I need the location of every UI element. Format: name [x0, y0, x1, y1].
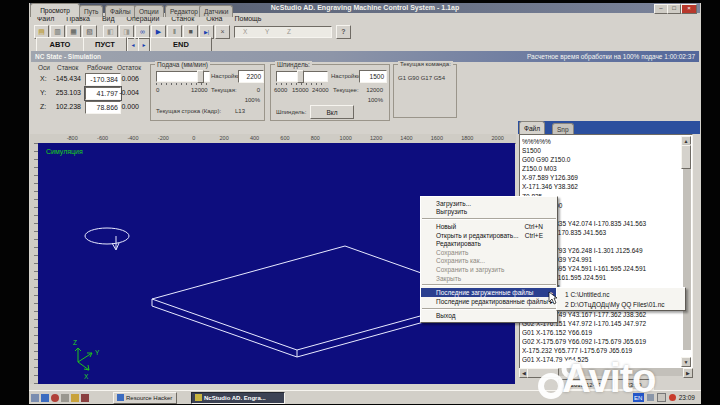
quick-launch-icon-5[interactable]: [71, 394, 79, 402]
resource-hacker-icon: [117, 394, 124, 401]
tab-options[interactable]: Опции: [134, 5, 164, 17]
file-context-menu: Загрузить... Выгрузить НовыйCtrl+N Откры…: [420, 196, 558, 323]
axis-x-label: X: [84, 373, 89, 380]
tab-files[interactable]: Файлы: [105, 5, 136, 17]
menu-item-load[interactable]: Загрузить...: [421, 199, 557, 208]
ruler-label: 400: [239, 134, 269, 143]
spindle-on-button[interactable]: Вкл: [310, 105, 354, 119]
quick-launch-icon-4[interactable]: [61, 394, 69, 402]
axis-z-label: Z: [73, 339, 77, 346]
spindle-current-label: Текущее:: [333, 87, 359, 93]
ncstudio-icon: [195, 394, 202, 401]
menu-separator: [422, 218, 556, 220]
coords-header-work: Рабочие: [87, 64, 113, 71]
ruler-label: 1600: [422, 134, 452, 143]
tab-editor[interactable]: Редактор: [165, 5, 203, 17]
end-mode-button[interactable]: END: [150, 37, 212, 52]
work-z-value[interactable]: 78.866: [85, 101, 121, 114]
feed-slider-ticks: [156, 83, 208, 85]
command-value: G1 G90 G17 G54: [398, 75, 453, 81]
menu-item-exit[interactable]: Выход: [421, 312, 557, 321]
tool-circle: [85, 228, 129, 244]
submenu-item-recent-2[interactable]: 2 D:\ОТцДОДц\My QQ Files\01.nc: [557, 299, 685, 309]
feed-settings-value[interactable]: 2200: [238, 70, 264, 83]
spindle-settings-value[interactable]: 1500: [359, 70, 387, 83]
axis-z-label: Z:: [40, 103, 46, 110]
file-panel-tabstrip: Файл Snp: [518, 121, 700, 134]
tab-file[interactable]: Файл: [519, 121, 545, 135]
machine-z-value: 102.238: [51, 103, 81, 110]
rest-y-value: -0.004: [117, 89, 139, 96]
feed-current-value: 0: [235, 87, 260, 93]
spindle-tick-15000: 15000: [292, 87, 309, 93]
menu-item-save-load: Сохранить и загрузить: [421, 265, 557, 274]
ruler-label: 800: [300, 134, 330, 143]
ruler-label: -800: [57, 134, 87, 143]
quick-launch-icon-1[interactable]: [31, 394, 39, 402]
vertical-scroll-thumb[interactable]: [681, 145, 691, 169]
menu-help[interactable]: Помощь: [234, 15, 261, 22]
menu-item-save-as: Сохранить как...: [421, 257, 557, 266]
tab-view[interactable]: Просмотр: [30, 3, 80, 17]
clear-icon[interactable]: ×: [215, 25, 230, 39]
work-y-value[interactable]: 41.797: [85, 87, 121, 100]
axis-x-arrow: [78, 362, 89, 370]
auto-mode-button[interactable]: АВТО: [36, 37, 84, 52]
work-x-value[interactable]: -170.384: [85, 73, 121, 86]
ruler-label: 1800: [452, 134, 482, 143]
recent-files-submenu: 1 C:\Untitled.nc 2 D:\ОТцДОДц\My QQ File…: [556, 287, 686, 311]
gcode-line: G01 X-176.152 Y66.619: [522, 328, 680, 337]
menu-item-new[interactable]: НовыйCtrl+N: [421, 222, 557, 231]
taskbar-button-resource-hacker[interactable]: Resource Hacker: [113, 392, 177, 404]
axis-x-label: X:: [40, 75, 47, 82]
menu-item-recent-edited[interactable]: Последние редактированные файлы▸: [421, 297, 557, 306]
submenu-item-recent-1[interactable]: 1 C:\Untitled.nc: [557, 289, 685, 299]
menu-item-edit[interactable]: Редактировать: [421, 239, 557, 248]
axis-y-label: Y:: [40, 89, 46, 96]
coords-header-rest: Остаток: [117, 64, 141, 71]
quick-launch-icon-2[interactable]: [41, 394, 49, 402]
gcode-line: Z150.0 M03: [522, 164, 680, 173]
ruler-label: 200: [209, 134, 239, 143]
feed-slider-thumb[interactable]: [197, 70, 204, 83]
help-icon[interactable]: ?: [336, 25, 351, 39]
command-group-title: Текущая команда:: [398, 61, 453, 67]
mode-next-icon[interactable]: ▸: [138, 37, 150, 52]
menu-item-save: Сохранить: [421, 248, 557, 257]
gcode-line: X-171.346 Y38.362: [522, 182, 680, 191]
feed-scale-min: 0: [156, 87, 159, 93]
ruler-label: -200: [148, 134, 178, 143]
rest-x-value: 0.006: [117, 75, 139, 82]
time-estimate-text: Расчетное время обработки на 100% подаче…: [527, 53, 695, 60]
quick-launch-icon-6[interactable]: [81, 394, 89, 402]
spindle-slider-thumb[interactable]: [297, 70, 304, 83]
pust-mode-button[interactable]: ПУСТ: [83, 37, 127, 52]
spindle-switch-label: Шпиндель:: [276, 109, 306, 115]
avito-watermark: Avito: [536, 338, 720, 405]
spindle-settings-label: Настройки:: [331, 73, 362, 79]
tab-sensors[interactable]: Датчики: [199, 5, 233, 17]
feed-percent: 100%: [235, 97, 260, 103]
spindle-current-value: 12000: [359, 87, 383, 93]
spindle-percent: 100%: [359, 97, 383, 103]
simulation-label: Симуляция: [46, 148, 83, 155]
taskbar-button-ncstudio[interactable]: NcStudio AD. Engra...: [191, 392, 285, 404]
menu-item-close-file: Закрыть: [421, 274, 557, 283]
menu-item-recent-loaded[interactable]: Последние загруженные файлы▸: [421, 288, 557, 297]
coords-header-axes: Оси: [38, 64, 50, 71]
vertical-scrollbar[interactable]: [683, 144, 691, 350]
gcode-line: X-97.589 Y126.369: [522, 173, 680, 182]
feed-group-title: Подача (мм/мин): [155, 61, 210, 68]
menu-separator: [422, 308, 556, 310]
coords-header-machine: Станок: [57, 64, 78, 71]
tab-path[interactable]: Путь: [79, 5, 103, 17]
menu-item-open-edit[interactable]: Открыть и редактировать...Ctrl+E: [421, 231, 557, 240]
feed-group: Подача (мм/мин) Настройки: 2200 0 12000 …: [150, 64, 265, 121]
quick-launch-icon-3[interactable]: [51, 394, 59, 402]
feed-line-label: Текущая строка (Кадр):: [156, 108, 221, 114]
feed-scale-max: 12000: [191, 87, 208, 93]
menu-item-unload[interactable]: Выгрузить: [421, 208, 557, 217]
ruler-label: 0: [179, 134, 209, 143]
toolbar-separator: [98, 26, 102, 38]
ruler-label: 1200: [361, 134, 391, 143]
